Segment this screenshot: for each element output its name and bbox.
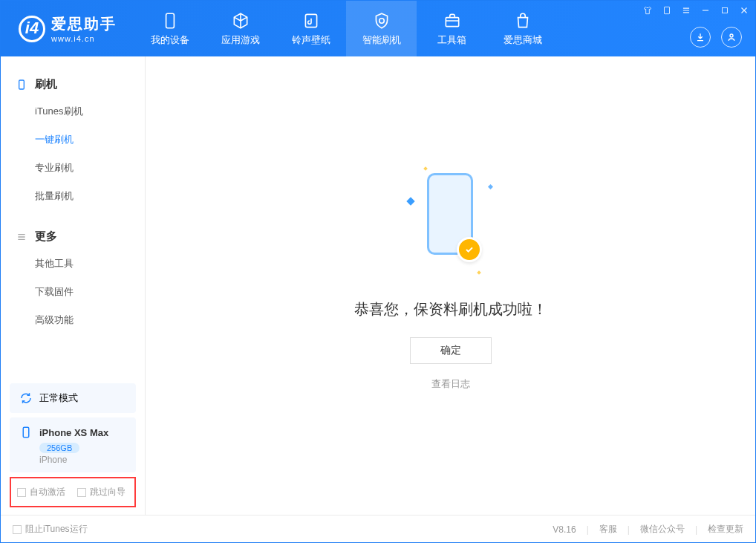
sidebar-item-pro-flash[interactable]: 专业刷机 [1,154,145,182]
checkbox-auto-activate[interactable]: 自动激活 [17,486,65,498]
mode-label: 正常模式 [39,391,78,405]
logo-icon: i4 [19,16,45,42]
tab-my-device[interactable]: 我的设备 [134,1,205,56]
header-action-icons [690,27,742,48]
status-bar: 阻止iTunes运行 V8.16 | 客服 | 微信公众号 | 检查更新 [1,515,755,543]
app-subtitle: www.i4.cn [51,34,117,43]
checkbox-block-itunes[interactable]: 阻止iTunes运行 [13,523,88,536]
svg-rect-7 [23,427,29,438]
title-bar: i4 爱思助手 www.i4.cn 我的设备 应用游戏 铃声壁纸 智能刷机 工具… [1,1,755,56]
device-mode-box[interactable]: 正常模式 [10,383,136,413]
tab-store[interactable]: 爱思商城 [487,1,558,56]
list-icon [16,231,29,243]
svg-rect-3 [665,7,670,13]
svg-rect-2 [446,17,458,26]
menu-icon[interactable] [681,5,691,18]
flash-options-highlight: 自动激活 跳过向导 [10,477,136,507]
device-type: iPhone [39,455,67,465]
cube-icon [231,11,250,30]
device-info-box[interactable]: iPhone XS Max 256GB iPhone [10,417,136,472]
sidebar-group-more: 更多 [1,224,145,250]
svg-rect-0 [166,13,174,28]
briefcase-icon [443,11,462,30]
ok-button[interactable]: 确定 [410,337,492,364]
svg-rect-6 [19,80,25,89]
sidebar: 刷机 iTunes刷机 一键刷机 专业刷机 批量刷机 更多 其他工具 下载固件 … [1,56,146,515]
shirt-icon[interactable] [642,5,653,18]
bag-icon [513,11,532,30]
view-log-link[interactable]: 查看日志 [431,377,470,391]
svg-point-5 [730,34,733,37]
download-button[interactable] [690,27,711,48]
device-phone-icon [19,425,33,440]
tab-toolbox[interactable]: 工具箱 [417,1,487,56]
sidebar-item-oneclick-flash[interactable]: 一键刷机 [1,126,145,154]
sidebar-group-flashing: 刷机 [1,71,145,97]
checkbox-skip-guide[interactable]: 跳过向导 [77,486,126,498]
maximize-button[interactable] [720,5,730,18]
refresh-shield-icon [372,11,391,30]
minimize-button[interactable] [700,5,711,18]
main-tabs: 我的设备 应用游戏 铃声壁纸 智能刷机 工具箱 爱思商城 [134,1,558,56]
sidebar-item-batch-flash[interactable]: 批量刷机 [1,182,145,210]
refresh-icon [19,391,33,406]
success-check-icon [457,237,482,262]
phone-icon [160,11,180,30]
footer-wechat[interactable]: 微信公众号 [640,523,685,536]
window-controls [642,5,749,18]
sidebar-item-advanced[interactable]: 高级功能 [1,306,145,334]
footer-check-update[interactable]: 检查更新 [708,523,743,536]
device-name: iPhone XS Max [39,427,108,438]
sidebar-item-itunes-flash[interactable]: iTunes刷机 [1,97,145,126]
sidebar-item-other-tools[interactable]: 其他工具 [1,250,145,278]
tab-smart-flash[interactable]: 智能刷机 [346,1,417,56]
sidebar-item-download-firmware[interactable]: 下载固件 [1,278,145,306]
svg-rect-4 [723,8,728,13]
tab-apps-games[interactable]: 应用游戏 [205,1,276,56]
tab-ringtone-wallpaper[interactable]: 铃声壁纸 [276,1,346,56]
device-storage: 256GB [39,443,79,453]
main-content: 恭喜您，保资料刷机成功啦！ 确定 查看日志 [146,56,755,515]
logo: i4 爱思助手 www.i4.cn [1,14,126,43]
user-button[interactable] [721,27,742,48]
success-message: 恭喜您，保资料刷机成功啦！ [354,299,547,319]
note-icon[interactable] [662,5,672,18]
version-label: V8.16 [553,524,576,535]
phone-small-icon [16,79,29,91]
app-title: 爱思助手 [51,14,117,34]
success-illustration [406,166,495,277]
close-button[interactable] [739,5,749,18]
footer-support[interactable]: 客服 [599,523,617,536]
music-note-icon [302,11,321,30]
